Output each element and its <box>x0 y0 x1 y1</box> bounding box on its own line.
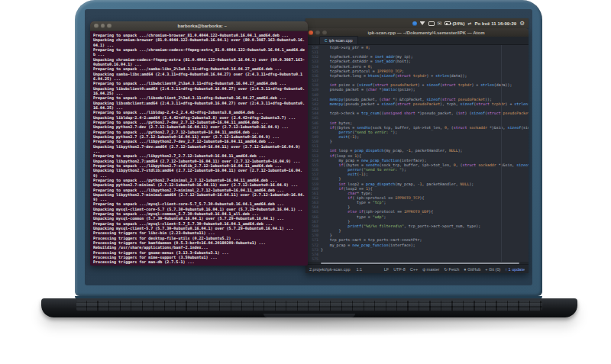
horizontal-scrollbar[interactable] <box>306 262 529 264</box>
keyboard-layout-icon[interactable] <box>428 21 435 26</box>
cursor-position[interactable]: 1:1 <box>357 267 363 272</box>
app-indicator-icon[interactable] <box>412 21 417 26</box>
tab-bar: C ipk-scan.cpp <box>306 37 529 45</box>
battery-indicator[interactable]: (34%) <box>445 21 464 26</box>
laptop-shadow <box>53 315 558 337</box>
clock[interactable]: Po kvě 11 16:09:29 <box>474 21 516 26</box>
terminal-text: Preparing to unpack .../chromium-browser… <box>93 33 305 265</box>
minimize-button[interactable] <box>315 31 320 35</box>
session-gear-icon[interactable]: ⚙ <box>519 21 525 26</box>
terminal-title: barborka@barborka: ~ <box>112 24 294 28</box>
encoding-indicator[interactable]: UTF-8 <box>393 267 406 272</box>
tab-ipk-scan[interactable]: C ipk-scan.cpp <box>319 36 358 44</box>
atom-window: ipk-scan.cpp — ~/Dokumenty/4.semester/IP… <box>306 28 529 273</box>
code-lines: 530 tcph->urg_ptr = 0;531532 tcpPacket.s… <box>306 45 529 261</box>
top-panel: ✉ (34%) ⇄ Po kvě 11 16:09:29 ⚙ <box>306 18 529 28</box>
line-ending-indicator[interactable]: LF <box>384 267 389 272</box>
keyboard <box>76 301 542 311</box>
atom-window-title: ipk-scan.cpp — ~/Dokumenty/4.semester/IP… <box>327 31 525 35</box>
grammar-indicator[interactable]: C++ <box>410 267 418 272</box>
code-editor[interactable]: 530 tcph->urg_ptr = 0;531532 tcpPacket.s… <box>306 45 529 262</box>
code-line: 575 <box>306 256 529 261</box>
sync-arrows-icon[interactable]: ⇄ <box>467 21 471 26</box>
wrap-guide <box>501 45 502 262</box>
laptop-mockup: ✉ (34%) ⇄ Po kvě 11 16:09:29 ⚙ ipk- <box>0 0 611 364</box>
cpp-file-icon: C <box>325 38 328 43</box>
terminal-window: barborka@barborka: ~ Preparing to unpack… <box>90 21 308 266</box>
mail-icon[interactable]: ✉ <box>438 21 442 26</box>
tab-label: ipk-scan.cpp <box>329 38 353 43</box>
minimize-button[interactable] <box>101 24 105 28</box>
code-line: 544 tcph->check = tcp_csum((unsigned sho… <box>306 111 529 115</box>
git-changes-button[interactable]: + Git (0) <box>485 267 500 272</box>
desktop: ✉ (34%) ⇄ Po kvě 11 16:09:29 ⚙ ipk- <box>85 9 532 285</box>
wifi-icon[interactable] <box>420 21 425 25</box>
terminal-title-bar[interactable]: barborka@barborka: ~ <box>90 21 308 31</box>
battery-icon <box>445 21 451 25</box>
update-badge[interactable]: ↑ 1 update <box>505 267 525 272</box>
git-branch-indicator[interactable]: ψ master <box>422 267 439 272</box>
laptop-screen: ✉ (34%) ⇄ Po kvě 11 16:09:29 ⚙ ipk- <box>75 0 542 296</box>
fetch-button[interactable]: ↻ Fetch <box>444 267 459 272</box>
close-button[interactable] <box>309 31 313 35</box>
status-bar: 2.projekt/ipk-scan.cpp 1:1 LFUTF-8C++ψ m… <box>306 264 529 273</box>
code-line: 542 memcpy(pseudo_packet + sizeof(struct… <box>306 101 529 106</box>
github-button[interactable]: ● GitHub <box>464 267 480 272</box>
file-path[interactable]: 2.projekt/ipk-scan.cpp <box>309 267 351 272</box>
terminal-output[interactable]: Preparing to unpack .../chromium-browser… <box>90 31 308 266</box>
status-right-items: LFUTF-8C++ψ master↻ Fetch● GitHub+ Git (… <box>384 267 525 272</box>
close-button[interactable] <box>94 24 99 28</box>
battery-label: (34%) <box>452 21 464 26</box>
